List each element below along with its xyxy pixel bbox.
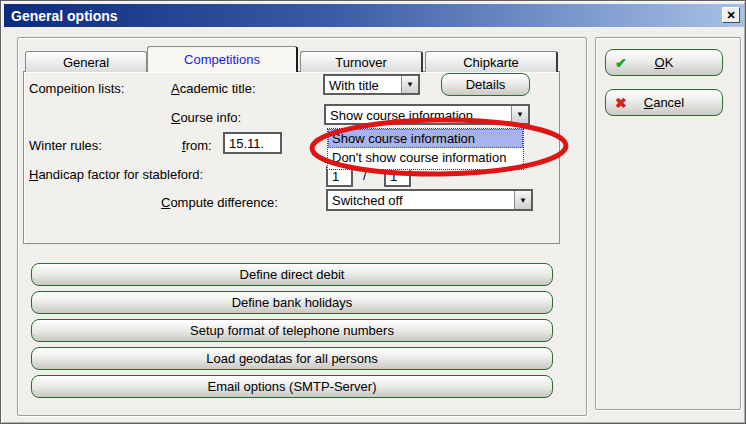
details-button[interactable]: Details bbox=[441, 73, 530, 96]
from-label: from: bbox=[182, 138, 212, 153]
titlebar[interactable]: General options ✕ bbox=[4, 4, 744, 27]
competition-lists-label: Compeition lists: bbox=[29, 81, 124, 96]
tab-competitions[interactable]: Competitions bbox=[147, 46, 298, 72]
academic-title-label: Academic title: bbox=[171, 81, 256, 96]
academic-title-combobox[interactable]: With title ▼ bbox=[323, 74, 420, 95]
setup-telephone-format-button[interactable]: Setup format of telephone numbers bbox=[31, 319, 553, 342]
course-info-combobox-value: Show course information bbox=[326, 106, 511, 123]
compute-difference-label: Compute difference: bbox=[161, 195, 278, 210]
tab-turnover[interactable]: Turnover bbox=[300, 51, 423, 72]
winter-rules-from-input[interactable] bbox=[223, 132, 282, 154]
general-options-dialog: General options ✕ General Competitions T… bbox=[0, 0, 746, 424]
course-info-label: Course info: bbox=[171, 110, 241, 125]
course-info-dropdown-list: Show course information Don't show cours… bbox=[327, 128, 524, 170]
dropdown-option-show[interactable]: Show course information bbox=[328, 129, 523, 148]
ok-button-label: OK bbox=[655, 55, 674, 70]
define-direct-debit-button[interactable]: Define direct debit bbox=[31, 263, 553, 286]
cancel-button-label: Cancel bbox=[644, 95, 684, 110]
dropdown-arrow-icon[interactable]: ▼ bbox=[514, 191, 531, 209]
x-icon: ✖ bbox=[615, 95, 627, 111]
dropdown-arrow-icon[interactable]: ▼ bbox=[401, 76, 418, 93]
cancel-button[interactable]: ✖ Cancel bbox=[605, 89, 723, 116]
ok-button[interactable]: ✔ OK bbox=[605, 49, 723, 76]
compute-difference-combobox-value: Switched off bbox=[328, 191, 514, 209]
email-options-button[interactable]: Email options (SMTP-Server) bbox=[31, 375, 553, 398]
winter-rules-label: Winter rules: bbox=[29, 138, 102, 153]
close-icon[interactable]: ✕ bbox=[722, 7, 740, 23]
dropdown-arrow-icon[interactable]: ▼ bbox=[511, 106, 528, 123]
define-bank-holidays-button[interactable]: Define bank holidays bbox=[31, 291, 553, 314]
dropdown-option-dont-show[interactable]: Don't show course information bbox=[328, 148, 523, 167]
checkmark-icon: ✔ bbox=[615, 55, 627, 71]
academic-title-combobox-value: With title bbox=[325, 76, 401, 93]
handicap-slash-separator: / bbox=[363, 168, 367, 183]
course-info-combobox[interactable]: Show course information ▼ bbox=[324, 104, 530, 125]
window-title: General options bbox=[11, 8, 118, 24]
load-geodatas-button[interactable]: Load geodatas for all persons bbox=[31, 347, 553, 370]
tab-general[interactable]: General bbox=[25, 51, 147, 72]
tab-chipkarte[interactable]: Chipkarte bbox=[425, 51, 558, 72]
compute-difference-combobox[interactable]: Switched off ▼ bbox=[326, 189, 533, 211]
handicap-factor-label: Handicap factor for stableford: bbox=[29, 167, 203, 182]
